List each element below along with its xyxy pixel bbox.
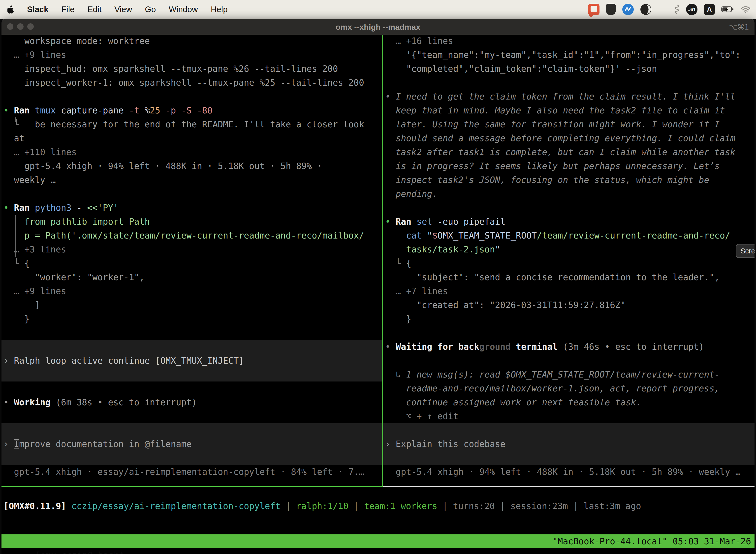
- pane-bottom-border: [383, 486, 755, 487]
- prompt-placeholder: › Improve documentation in @filename: [3, 437, 192, 451]
- window-title: omx --xhigh --madmax: [1, 19, 755, 35]
- terminal-line: workspace_mode: worktree: [3, 35, 382, 48]
- terminal-line: "subject": "send a concise recommendatio…: [385, 270, 755, 284]
- menu-bar: Slack File Edit View Go Window Help ..61…: [0, 0, 756, 19]
- shortcuts-icon[interactable]: [674, 4, 680, 15]
- omx-status-line: [OMX#0.11.9] cczip/essay/ai-reimplementa…: [3, 499, 641, 513]
- input-source-icon[interactable]: A: [704, 4, 715, 15]
- tmux-session-name[interactable]: [omx-cczip0:bash*: [35, 550, 124, 554]
- tmux-host-clock: "MacBook-Pro-44.local" 05:03 31-Mar-26: [552, 535, 751, 548]
- screenshot-active-icon[interactable]: [588, 4, 600, 15]
- terminal-line: ]: [3, 298, 382, 312]
- tree-connector: [15, 215, 16, 258]
- prompt-input-left[interactable]: › Improve documentation in @filename: [1, 423, 382, 465]
- terminal-line: }: [385, 312, 755, 326]
- terminal-line: gpt-5.4 xhigh · 94% left · 488K in · 5.1…: [3, 159, 382, 173]
- session-status-right: gpt-5.4 xhigh · 94% left · 488K in · 5.1…: [385, 465, 741, 479]
- menu-bar-status-icons: ..61 A: [588, 4, 756, 15]
- terminal-line: from pathlib import Path: [3, 215, 382, 229]
- window-shortcut-badge: ⌥⌘1: [729, 19, 749, 35]
- terminal-line: … +9 lines: [3, 48, 382, 62]
- terminal-line: • I need to get the claim token from the…: [385, 90, 755, 104]
- menu-bar-left: Slack File Edit View Go Window Help: [0, 5, 228, 14]
- working-status: • Working (6m 38s • esc to interrupt): [3, 395, 197, 409]
- terminal-line: … +7 lines: [385, 284, 755, 298]
- count-badge-icon[interactable]: ..61: [686, 4, 697, 15]
- terminal-line: keep that in mind. Maybe I also need the…: [385, 104, 755, 117]
- terminal-line: … +9 lines: [3, 284, 382, 298]
- contrast-icon[interactable]: [640, 4, 651, 15]
- pane-output: workspace_mode: worktree … +9 lines insp…: [3, 35, 382, 326]
- terminal-line: should send a message before completing …: [385, 131, 755, 145]
- menu-item-view[interactable]: View: [114, 5, 132, 14]
- terminal-line: p = Path('.omx/state/team/review-current…: [3, 229, 382, 242]
- terminal-line: [385, 326, 755, 340]
- terminal-line: tasks/task-2.json": [385, 242, 755, 257]
- terminal-line: pending.: [385, 187, 755, 201]
- terminal-line: "created_at": "2026-03-31T11:59:27.816Z": [385, 298, 755, 312]
- menu-item-help[interactable]: Help: [211, 5, 228, 14]
- terminal-line: [385, 354, 755, 368]
- terminal-line: • Ran set -euo pipefail: [385, 215, 755, 229]
- privacy-shield-icon[interactable]: [606, 4, 616, 15]
- apple-menu-icon[interactable]: [7, 5, 14, 14]
- terminal-line: "completed","claim_token":"claim-token"}…: [385, 62, 755, 76]
- tmux-pane-worker[interactable]: … +16 lines '{"team_name":"my-team","tas…: [383, 35, 755, 487]
- menu-app-name[interactable]: Slack: [27, 5, 48, 14]
- terminal-line: … +110 lines: [3, 145, 382, 159]
- menu-item-edit[interactable]: Edit: [87, 5, 102, 14]
- terminal-line: inspect_hud: omx sparkshell --tmux-pane …: [3, 62, 382, 76]
- terminal-line: inspect task2's JSON, focusing on the st…: [385, 173, 755, 187]
- prompt-placeholder: › Explain this codebase: [385, 437, 505, 451]
- session-status-left: gpt-5.4 xhigh · essay/ai-reimplementatio…: [3, 465, 364, 479]
- messaging-badge-icon[interactable]: [622, 4, 634, 15]
- prompt-input-right[interactable]: › Explain this codebase: [383, 423, 755, 465]
- terminal-line: … +3 lines: [3, 242, 382, 257]
- battery-icon[interactable]: [721, 6, 734, 13]
- wifi-icon[interactable]: [741, 6, 751, 13]
- terminal-line: • Waiting for background terminal (3m 46…: [385, 340, 755, 354]
- terminal-line: '{"team_name":"my-team","task_id":"1","f…: [385, 48, 755, 62]
- terminal-line: • Ran tmux capture-pane -t %25 -p -S -80: [3, 104, 382, 117]
- terminal-line: └ be necessary for the end of the README…: [3, 117, 382, 131]
- terminal-line: task2 after task1 is complete, but can I…: [385, 145, 755, 159]
- terminal-line: └ {: [385, 257, 755, 270]
- menu-item-window[interactable]: Window: [169, 5, 198, 14]
- terminal-line: ⌥ + ↑ edit: [385, 409, 755, 423]
- terminal-line: inspect_worker-1: omx sparkshell --tmux-…: [3, 76, 382, 90]
- terminal-line: … +16 lines: [385, 35, 755, 48]
- tree-connector: [15, 117, 16, 122]
- terminal-line: is in progress? It seems likely but perh…: [385, 159, 755, 173]
- window-titlebar[interactable]: omx --xhigh --madmax ⌥⌘1: [1, 19, 755, 35]
- pane-output: … +16 lines '{"team_name":"my-team","tas…: [385, 35, 755, 423]
- pane-bottom-border-active: [1, 486, 383, 487]
- terminal-line: cat "$OMX_TEAM_STATE_ROOT/team/review-cu…: [385, 229, 755, 242]
- terminal-line: └ {: [3, 257, 382, 270]
- terminal-line: continue assigned work or next feasible …: [385, 395, 755, 409]
- terminal-line: [385, 76, 755, 90]
- terminal-line: ↳ 1 new msg(s): read $OMX_TEAM_STATE_ROO…: [385, 368, 755, 382]
- terminal-window: omx --xhigh --madmax ⌥⌘1 workspace_mode:…: [1, 19, 755, 554]
- tmux-pane-hud[interactable]: workspace_mode: worktree … +9 lines insp…: [1, 35, 382, 487]
- screen-share-tooltip: Scre: [736, 244, 755, 258]
- terminal-line: later. Using the same for transition mig…: [385, 117, 755, 131]
- tree-connector: [397, 229, 397, 258]
- terminal-line: • Ran python3 - <<'PY': [3, 201, 382, 215]
- queued-message-band: › Ralph loop active continue [OMX_TMUX_I…: [1, 340, 382, 382]
- terminal-line: weekly …: [3, 173, 382, 187]
- terminal-line: [3, 90, 382, 104]
- terminal-line: "worker": "worker-1",: [3, 270, 382, 284]
- tmux-status-bar: [omx-cczip0:bash* "MacBook-Pro-44.local"…: [1, 535, 755, 548]
- terminal-line: [385, 201, 755, 215]
- menu-item-go[interactable]: Go: [145, 5, 156, 14]
- terminal-content: workspace_mode: worktree … +9 lines insp…: [1, 35, 755, 554]
- terminal-line: }: [3, 312, 382, 326]
- queued-message: › Ralph loop active continue [OMX_TMUX_I…: [3, 354, 244, 368]
- terminal-line: at: [3, 131, 382, 145]
- app-grid-icon[interactable]: [658, 5, 667, 14]
- terminal-line: [3, 187, 382, 201]
- menu-item-file[interactable]: File: [61, 5, 74, 14]
- terminal-line: readme-and-reco/mailbox/worker-1.json, a…: [385, 382, 755, 395]
